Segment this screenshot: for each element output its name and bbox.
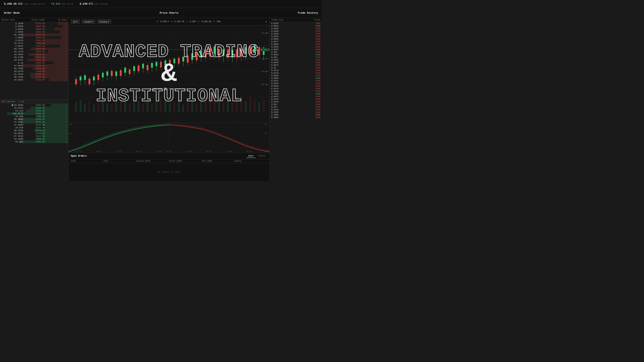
oo-col-price: Price (USD) xyxy=(169,160,202,162)
trade-history-row: 0.0932 5268 xyxy=(270,46,322,48)
order-book-ask-row[interactable]: 9.6113 5340.00 - xyxy=(0,39,68,42)
trade-history-row: 0.0044 5268 xyxy=(270,48,322,51)
ob-price: 5290.00 xyxy=(23,67,45,70)
trade-history-row: 0.0016 5268 xyxy=(270,32,322,35)
svg-rect-31 xyxy=(164,101,166,112)
order-book-bid-row[interactable]: 33.968 5245.00 - xyxy=(0,115,68,118)
order-book-bid-row[interactable]: 27.8134 5210.00 - xyxy=(0,135,68,138)
mid-price-plus-icon[interactable]: + xyxy=(164,87,167,90)
th-price: 5268 xyxy=(301,82,320,85)
svg-rect-12 xyxy=(80,99,82,112)
order-book-ask-row[interactable]: 40.7948 5275.00 - xyxy=(0,76,68,78)
svg-rect-107 xyxy=(192,53,193,60)
order-book-bid-row[interactable]: 68.091 5200.00 - xyxy=(0,140,68,143)
order-book-ask-row[interactable]: 57.8547 5295.00 - xyxy=(0,64,68,67)
ob-mysize: - xyxy=(45,56,66,58)
tab-open[interactable]: Open xyxy=(246,154,256,158)
ob-mysize: - xyxy=(45,118,66,120)
th-price: 5268 xyxy=(301,75,320,77)
trade-history-row: 0.0044 5268 xyxy=(270,85,322,87)
svg-text:600: 600 xyxy=(264,124,267,125)
order-book-ask-row[interactable]: 61.3719 5345.00 - xyxy=(0,33,68,36)
order-book-ask-row[interactable]: 21.4171 5335.00 - xyxy=(0,42,68,45)
svg-rect-73 xyxy=(115,71,117,76)
order-book-ask-row[interactable]: 16.1744 5320.00 - xyxy=(0,50,68,53)
th-price: 5268 xyxy=(301,27,320,30)
order-book-bid-row[interactable]: 25.616 5225.00 - xyxy=(0,126,68,129)
chart-area[interactable]: $5,500 $4,500 $4,000 $3,500 $5,268.38 Ma… xyxy=(68,25,270,123)
order-book-ask-row[interactable]: 8.31 5300.00 - xyxy=(0,61,68,64)
order-book-bid-row[interactable]: 34.3506 5205.00 - xyxy=(0,138,68,140)
timeframe-button[interactable]: 1d ▾ xyxy=(71,19,80,24)
svg-rect-46 xyxy=(232,102,233,112)
mid-price-value: 5,268.375 xyxy=(150,88,162,90)
svg-rect-38 xyxy=(196,103,198,112)
order-book-bid-row[interactable]: 10.0684 5265.00 - xyxy=(0,104,68,107)
svg-text:Mar 21: Mar 21 xyxy=(135,96,142,99)
svg-rect-75 xyxy=(120,70,122,76)
ob-mysize: - xyxy=(45,28,66,30)
ob-size: 9.6113 xyxy=(2,39,23,42)
order-book-ask-row[interactable]: 41.2915 5280.00 - xyxy=(0,73,68,76)
svg-rect-51 xyxy=(254,99,256,112)
ob-price: 5345.00 xyxy=(23,36,45,39)
svg-rect-50 xyxy=(249,97,251,112)
chart-type-button[interactable]: Candle ▾ xyxy=(82,19,95,24)
ob-size: 42.4023 xyxy=(2,53,23,56)
svg-rect-44 xyxy=(222,98,224,112)
order-book-bid-row[interactable]: 53.216 5255.00 - xyxy=(0,109,68,112)
order-book-ask-row[interactable]: 33.1798 5310.00 - xyxy=(0,56,68,59)
order-book-ask-row[interactable]: 36.7505 5290.00 - xyxy=(0,67,68,70)
th-col-price: Price xyxy=(301,19,320,21)
th-price: 5268 xyxy=(301,54,320,56)
svg-text:$5,310: $5,310 xyxy=(206,151,212,152)
order-book-bid-row[interactable]: 69.8803 5240.00 - xyxy=(0,118,68,121)
order-book-ask-row[interactable]: 39.7484 5325.00 - xyxy=(0,47,68,50)
ohlcv-l: L: 5,265 xyxy=(186,20,196,23)
order-book-bid-row[interactable]: 165.0178 5250.00 - xyxy=(0,112,68,115)
ob-size: 44.0737 xyxy=(2,59,23,61)
ob-size: 1.4934 xyxy=(2,31,23,33)
ob-mysize: - xyxy=(45,121,66,123)
order-book-ask-row[interactable]: 2.1536 5370.00 - xyxy=(0,22,68,25)
order-book-ask-row[interactable]: 28.0276 5285.00 - xyxy=(0,70,68,73)
svg-text:$5,370: $5,370 xyxy=(264,151,270,152)
order-book-ask-row[interactable]: 1.4934 5355.00 - xyxy=(0,30,68,33)
svg-rect-37 xyxy=(192,101,193,112)
trade-history-panel: Trade Size Price 0.0183 5268 0.0818 5268… xyxy=(270,18,322,181)
ob-mysize: - xyxy=(45,67,66,70)
order-book-bid-row[interactable]: 67.9841 5235.00 - xyxy=(0,121,68,123)
trade-history-row: 0.0116 5268 xyxy=(270,108,322,111)
order-book-ask-row[interactable]: 15.0291 5270.00 - xyxy=(0,78,68,81)
trade-history-row: 0.0182 5268 xyxy=(270,35,322,38)
order-book-bid-row[interactable]: 43.2313 5260.00 - xyxy=(0,107,68,109)
svg-rect-121 xyxy=(222,50,224,56)
order-book-ask-row[interactable]: 3.8049 5360.00 - xyxy=(0,28,68,30)
order-book-ask-row[interactable]: 44.0737 5305.00 - xyxy=(0,59,68,61)
th-price: 5268 xyxy=(301,46,320,48)
order-book-bid-row[interactable]: 27.9995 5230.00 - xyxy=(0,123,68,126)
th-col-size: Trade Size xyxy=(271,19,301,21)
trade-history-row: 0.0677 5268 xyxy=(270,40,322,43)
ob-size: 3.8049 xyxy=(2,28,23,30)
svg-rect-25 xyxy=(138,101,140,112)
tab-fills[interactable]: Fills xyxy=(256,154,267,158)
order-book-bid-row[interactable]: 29.8961 5215.00 - xyxy=(0,132,68,135)
chart-expand-icon[interactable]: ▶ xyxy=(266,20,267,23)
ob-mysize: - xyxy=(45,104,66,106)
order-book-ask-row[interactable]: 0.6958 5365.00 - xyxy=(0,25,68,28)
th-size: 0.0072 xyxy=(271,95,301,98)
order-book-bid-row[interactable]: 38.4259 5220.00 - xyxy=(0,129,68,132)
svg-rect-35 xyxy=(182,105,184,112)
ob-price: 5285.00 xyxy=(23,70,45,73)
order-book-ask-row[interactable]: 42.4023 5315.00 - xyxy=(0,53,68,56)
volume-stat: 8,248 BTC 24h volume xyxy=(80,2,108,5)
candlestick-chart: $5,500 $4,500 $4,000 $3,500 $5,268.38 Ma… xyxy=(68,25,270,123)
th-price: 5268 xyxy=(301,69,320,72)
ob-mysize: - xyxy=(45,33,66,36)
th-price: 5268 xyxy=(301,90,320,92)
order-book-ask-row[interactable]: 2.0812 5330.00 - xyxy=(0,45,68,47)
order-book-ask-row[interactable]: 1.6899 5345.00 - xyxy=(0,36,68,39)
svg-rect-48 xyxy=(240,98,242,112)
overlay-button[interactable]: Overlay ▾ xyxy=(97,19,111,24)
